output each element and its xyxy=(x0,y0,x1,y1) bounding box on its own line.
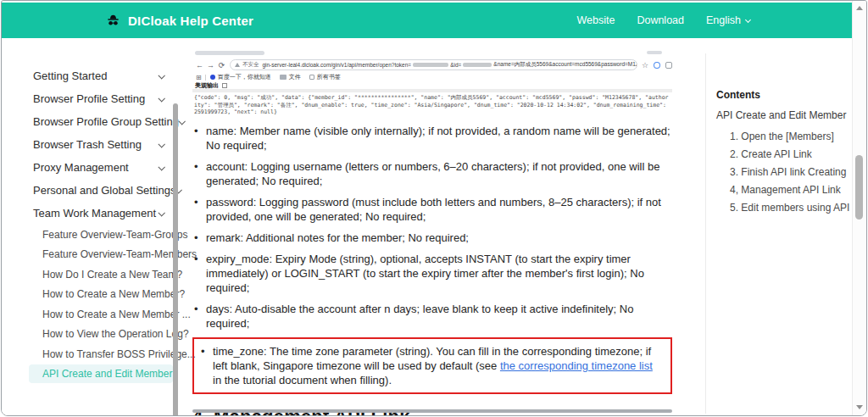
redacted-token xyxy=(413,63,448,67)
highlight-red-box: time_zone: The time zone parameter (stri… xyxy=(192,337,672,394)
toc-item-management-api-link[interactable]: 4, Management API Link xyxy=(730,184,856,196)
nav-website-link[interactable]: Website xyxy=(576,14,615,26)
bullet-remark: remark: Additional notes for the member;… xyxy=(192,231,672,245)
sidebar-item-label: Browser Trash Setting xyxy=(33,138,142,151)
sidebar-item-browser-profile-setting[interactable]: Browser Profile Setting xyxy=(2,87,186,110)
sidebar-subitem-label: How Do I Create a New Team? xyxy=(42,269,182,281)
toc-item-create-api-link[interactable]: 2. Create API Link xyxy=(730,148,856,160)
sidebar-scrollbar-thumb[interactable] xyxy=(173,103,178,416)
url-text: gin-server-leal4.dicloak.com/gin/v1/api/… xyxy=(262,61,637,69)
divider xyxy=(205,75,206,81)
bookmark-label: 文件 xyxy=(289,73,301,81)
sidebar-item-feature-overview-team-members[interactable]: Feature Overview-Team-Members xyxy=(2,245,186,265)
nav-language-dropdown[interactable]: English xyxy=(706,14,750,26)
sidebar-item-api-create-edit-member[interactable]: API Create and Edit Member xyxy=(29,364,173,383)
sidebar-subitem-label: How to Create a New Member ... xyxy=(42,309,191,320)
sidebar-subitem-label: How to Create a New Member? xyxy=(42,288,185,300)
sidebar-item-label: Getting Started xyxy=(33,70,107,82)
app-window: DICloak Help Center Website Download Eng… xyxy=(1,0,867,416)
sidebar-item-how-create-new-member[interactable]: How to Create a New Member? xyxy=(2,285,186,305)
page-scrollbar[interactable] xyxy=(852,1,866,415)
bookmarks-bar: ⊞ 百度一下，你就知道 文件 所有书签 xyxy=(192,73,672,81)
chevron-down-icon xyxy=(158,141,164,147)
sidebar-item-label: Browser Profile Setting xyxy=(33,92,145,105)
forward-icon[interactable]: → xyxy=(207,61,214,70)
dicloak-logo-icon xyxy=(105,13,121,29)
sidebar-item-how-create-new-member-2[interactable]: How to Create a New Member ... xyxy=(2,304,186,325)
sidebar-subitem-label: How to View the Operation Log? xyxy=(42,328,189,340)
browser-menu-icon[interactable] xyxy=(665,62,672,69)
sidebar-item-label: Browser Profile Group Setting xyxy=(33,115,179,128)
sidebar-item-how-create-new-team[interactable]: How Do I Create a New Team? xyxy=(2,264,186,285)
chevron-down-icon xyxy=(158,72,164,79)
sidebar-item-how-transfer-boss-privilege[interactable]: How to Transfer BOSS Privilege... xyxy=(2,344,186,364)
bookmark-all-bookmarks[interactable]: 所有书签 xyxy=(309,73,341,81)
toc-item-finish-api-link-creating[interactable]: 3. Finish API link Creating xyxy=(730,166,856,178)
toc-title: Contents xyxy=(716,89,856,101)
sidebar-item-browser-trash-setting[interactable]: Browser Trash Setting xyxy=(2,133,186,156)
chevron-down-icon xyxy=(158,164,164,170)
bookmark-folder[interactable]: 文件 xyxy=(280,73,301,81)
chevron-down-icon xyxy=(745,17,751,23)
pretty-output-checkbox[interactable] xyxy=(222,83,227,88)
reload-icon[interactable]: ⟳ xyxy=(218,61,225,70)
site-title: DICloak Help Center xyxy=(128,14,253,28)
toc-item-edit-members-using-api-links[interactable]: 5. Edit members using API links xyxy=(730,202,856,214)
bullet-account: account: Logging username (letters or nu… xyxy=(192,159,672,188)
bookmark-label: 百度一下，你就知道 xyxy=(218,73,271,81)
api-json-response: {"code": 0, "msg": "成功", "data": {"membe… xyxy=(194,94,670,116)
timezone-list-link[interactable]: the corresponding timezone list xyxy=(500,359,653,372)
browser-avatar-icon[interactable] xyxy=(654,62,660,69)
scroll-up-icon[interactable] xyxy=(856,6,863,10)
sidebar-item-getting-started[interactable]: Getting Started xyxy=(2,64,186,87)
toc-item-open-members[interactable]: 1. Open the [Members] xyxy=(730,131,856,142)
chevron-down-icon xyxy=(178,118,185,125)
sidebar-item-label: Team Work Management xyxy=(33,207,156,220)
sidebar-item-how-view-operation-log[interactable]: How to View the Operation Log? xyxy=(2,325,186,345)
page-scrollbar-thumb[interactable] xyxy=(855,155,863,220)
tutorial-screenshot-browser-api-response: ← → ⟳ 不安全 gin-server-leal4.dicloak.com/g… xyxy=(192,51,672,120)
top-header: DICloak Help Center Website Download Eng… xyxy=(2,3,852,38)
redacted-id xyxy=(463,63,492,67)
browser-url-row: ← → ⟳ 不安全 gin-server-leal4.dicloak.com/g… xyxy=(192,58,672,71)
sidebar-item-browser-profile-group-setting[interactable]: Browser Profile Group Setting xyxy=(2,110,186,133)
scroll-down-icon[interactable] xyxy=(856,405,863,409)
browser-tab xyxy=(195,51,264,55)
sidebar-item-proxy-management[interactable]: Proxy Management xyxy=(2,156,186,179)
toc-root-link[interactable]: API Create and Edit Member xyxy=(716,109,856,121)
toc-list: 1. Open the [Members] 2. Create API Link… xyxy=(716,131,856,214)
sidebar-subitem-label: Feature Overview-Team-Groups xyxy=(42,229,187,241)
address-bar[interactable]: 不安全 gin-server-leal4.dicloak.com/gin/v1/… xyxy=(230,59,637,70)
sidebar-subitem-label: API Create and Edit Member xyxy=(42,368,172,380)
not-secure-warning-icon xyxy=(235,63,240,67)
header-nav: Website Download English xyxy=(576,3,750,38)
divider xyxy=(192,89,672,92)
chevron-down-icon xyxy=(158,209,164,216)
sidebar-item-personal-global-settings[interactable]: Personal and Global Settings xyxy=(2,179,186,202)
chevron-down-icon xyxy=(158,95,164,102)
time-zone-text-after: in the tutorial document when filling). xyxy=(213,374,392,386)
sidebar-item-team-work-management[interactable]: Team Work Management xyxy=(2,202,186,225)
back-icon[interactable]: ← xyxy=(196,61,203,70)
folder-icon xyxy=(280,75,287,80)
sidebar-top-list: Getting Started Browser Profile Setting … xyxy=(2,64,186,225)
sidebar-item-feature-overview-team-groups[interactable]: Feature Overview-Team-Groups xyxy=(2,225,186,245)
bullet-days: days: Auto-disable the account after n d… xyxy=(192,302,672,331)
bullet-password: password: Logging password (must include… xyxy=(192,195,672,224)
nav-download-link[interactable]: Download xyxy=(637,14,684,26)
horizontal-scrollbar-thumb[interactable] xyxy=(192,409,672,413)
bookmark-label: 所有书签 xyxy=(317,73,341,81)
bookmark-baidu[interactable]: 百度一下，你就知道 xyxy=(210,73,271,81)
toc-panel: Contents API Create and Edit Member 1. O… xyxy=(705,53,856,414)
url-mid: &id= xyxy=(450,62,461,68)
sidebar-item-label: Proxy Management xyxy=(33,161,129,174)
bookmark-star-icon[interactable]: ☆ xyxy=(642,61,648,70)
baidu-icon xyxy=(210,75,215,80)
sidebar-nav: Getting Started Browser Profile Setting … xyxy=(2,38,186,415)
apps-grid-icon[interactable]: ⊞ xyxy=(196,74,202,81)
sidebar-sub-list: Feature Overview-Team-Groups Feature Ove… xyxy=(2,225,186,383)
bullet-expiry-mode: expiry_mode: Expiry Mode (string), optio… xyxy=(192,252,672,295)
bookmarks-icon xyxy=(309,75,314,80)
not-secure-label: 不安全 xyxy=(242,61,259,69)
brand[interactable]: DICloak Help Center xyxy=(105,3,253,38)
